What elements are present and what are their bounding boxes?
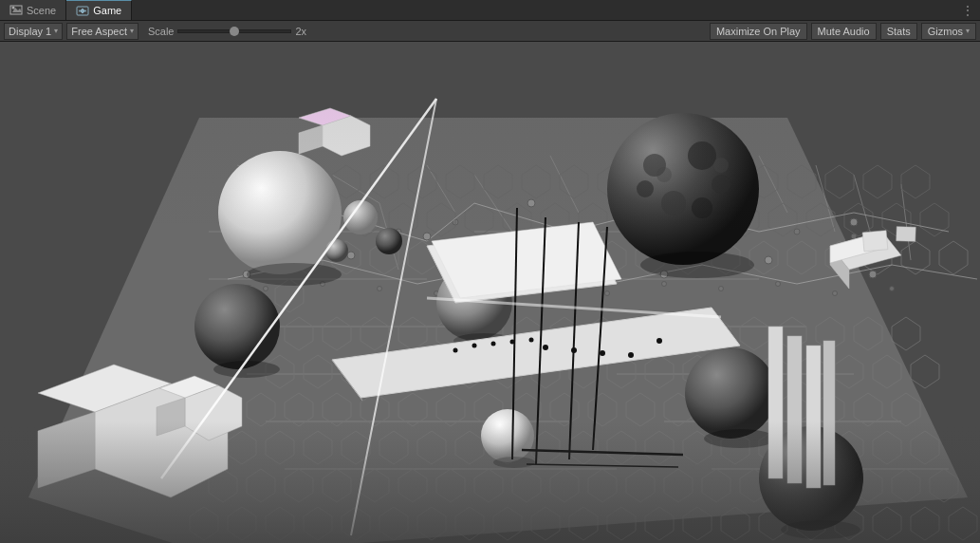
- svg-point-273: [376, 228, 402, 254]
- svg-point-309: [543, 345, 548, 350]
- svg-point-317: [510, 340, 515, 345]
- svg-point-49: [264, 287, 268, 291]
- maximize-on-play-button[interactable]: Maximize On Play: [710, 23, 807, 40]
- aspect-chevron-icon: ▾: [130, 27, 134, 35]
- tab-scene[interactable]: Scene: [0, 0, 66, 20]
- scene-icon: [9, 5, 23, 15]
- svg-point-267: [640, 252, 754, 278]
- mute-audio-button[interactable]: Mute Audio: [811, 23, 877, 40]
- svg-point-244: [423, 233, 431, 240]
- svg-rect-320: [862, 231, 888, 252]
- scale-label: Scale: [148, 26, 175, 37]
- svg-point-269: [213, 361, 280, 378]
- game-viewport[interactable]: [0, 42, 980, 543]
- svg-point-5: [84, 9, 86, 11]
- scale-value: 2x: [295, 26, 306, 37]
- svg-point-51: [378, 287, 382, 291]
- svg-point-254: [765, 256, 772, 264]
- tab-game[interactable]: Game: [66, 0, 132, 20]
- scale-section: Scale 2x: [148, 26, 306, 37]
- tab-bar: Scene Game ⋮: [0, 0, 980, 21]
- svg-point-268: [194, 284, 280, 369]
- svg-point-315: [472, 344, 477, 348]
- tab-more-button[interactable]: ⋮: [955, 3, 980, 18]
- aspect-label: Free Aspect: [71, 26, 127, 37]
- svg-point-4: [79, 9, 81, 11]
- svg-rect-7: [81, 9, 84, 12]
- svg-point-55: [605, 291, 610, 296]
- svg-point-250: [347, 252, 355, 259]
- svg-point-56: [662, 282, 667, 287]
- viewport-canvas: [0, 42, 980, 543]
- svg-rect-322: [0, 42, 980, 232]
- svg-point-312: [628, 352, 634, 358]
- gizmos-chevron-icon: ▾: [966, 27, 970, 35]
- display-dropdown[interactable]: Display 1 ▾: [4, 23, 63, 40]
- svg-point-60: [890, 287, 895, 291]
- stats-button[interactable]: Stats: [880, 23, 917, 40]
- svg-point-314: [453, 348, 458, 353]
- display-chevron-icon: ▾: [54, 27, 58, 35]
- game-icon: [76, 6, 89, 16]
- svg-point-58: [776, 282, 781, 287]
- scale-thumb: [230, 27, 239, 36]
- toolbar: Display 1 ▾ Free Aspect ▾ Scale 2x Maxim…: [0, 21, 980, 42]
- svg-point-310: [571, 347, 577, 353]
- svg-point-59: [833, 291, 838, 296]
- svg-point-311: [600, 350, 605, 356]
- svg-point-316: [491, 342, 496, 346]
- tab-scene-label: Scene: [27, 5, 56, 16]
- svg-point-274: [325, 239, 348, 262]
- gizmos-dropdown[interactable]: Gizmos ▾: [921, 23, 976, 40]
- scale-slider[interactable]: [177, 29, 291, 33]
- tab-game-label: Game: [93, 5, 121, 16]
- svg-point-257: [247, 263, 342, 286]
- toolbar-right: Maximize On Play Mute Audio Stats Gizmos…: [710, 23, 976, 40]
- scene-render: [0, 42, 980, 543]
- svg-point-313: [656, 338, 662, 344]
- svg-point-57: [719, 287, 724, 291]
- svg-point-2: [12, 7, 15, 9]
- svg-rect-323: [0, 421, 980, 543]
- svg-point-255: [869, 271, 877, 278]
- aspect-dropdown[interactable]: Free Aspect ▾: [66, 23, 139, 40]
- svg-point-318: [529, 338, 534, 343]
- display-label: Display 1: [9, 26, 51, 37]
